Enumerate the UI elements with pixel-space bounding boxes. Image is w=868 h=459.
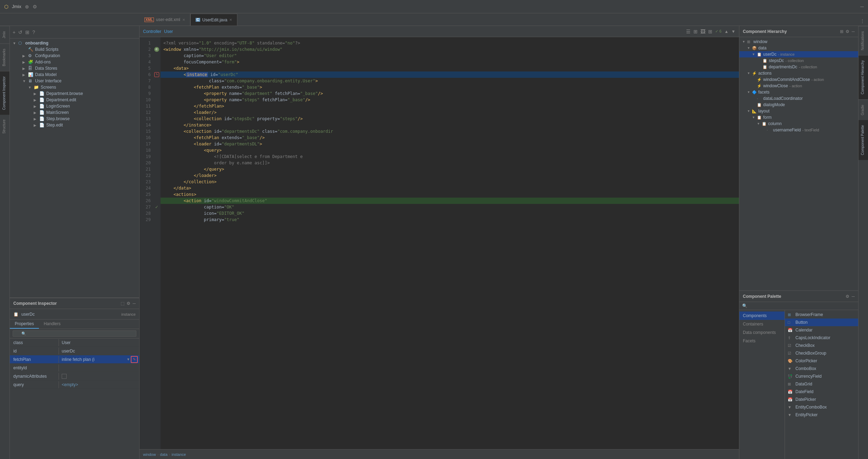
tree-item-dept-edit[interactable]: ▶ 📄 Department.edit — [10, 97, 139, 103]
tree-item-loginscreen[interactable]: ▶ 📄 LoginScreen — [10, 103, 139, 109]
tab-hierarchy-right[interactable]: Component Hierarchy — [859, 55, 868, 99]
lines-icon[interactable]: ☰ — [686, 29, 691, 34]
palette-cat-facets[interactable]: Facets — [739, 337, 785, 345]
tree-item-step-browse[interactable]: ▶ 📄 Step.browse — [10, 116, 139, 122]
sidebar-bookmarks-tab[interactable]: Bookmarks — [0, 43, 9, 71]
palette-item-datepicker[interactable]: 📅DatePicker — [785, 396, 858, 403]
sidebar-structure-tab[interactable]: Structure — [0, 115, 9, 139]
palette-item-combobox[interactable]: ▼ComboBox — [785, 365, 858, 372]
code-line-6[interactable]: <instance id="userDc" — [161, 71, 739, 78]
hier-item-deptdc[interactable]: 📋 departmentsDc - collection — [739, 64, 858, 70]
hier-label-actions: actions — [758, 71, 772, 76]
hier-item-commit[interactable]: ⚡ windowCommitAndClose - action — [739, 76, 858, 83]
hier-item-dialogmode[interactable]: 📋 dialogMode — [739, 102, 858, 108]
palette-items: ⊞BrowserFrame □Button 📅Calendar ⇪CapsLoc… — [785, 310, 858, 459]
palette-item-checkboxgroup[interactable]: ☑CheckBoxGroup — [785, 349, 858, 357]
nav-up-icon[interactable]: ▲ — [724, 29, 728, 34]
tree-item-ui[interactable]: ▼ 🖥 User Interface — [10, 78, 139, 84]
hier-item-data[interactable]: ▼ 📦 data — [739, 45, 858, 51]
palette-item-datagrid[interactable]: ⊞DataGrid — [785, 380, 858, 388]
fetchplan-dropdown-icon[interactable]: ▼ — [127, 357, 130, 361]
palette-item-calendar[interactable]: 📅Calendar — [785, 326, 858, 334]
hier-item-facets[interactable]: ▼ 🔷 facets — [739, 89, 858, 95]
palette-cat-components[interactable]: Components — [739, 311, 785, 320]
palette-cat-containers[interactable]: Containers — [739, 320, 785, 328]
tree-item-step-edit[interactable]: ▶ 📄 Step.edit — [10, 122, 139, 128]
hier-item-layout[interactable]: ▼ 📐 layout — [739, 108, 858, 114]
tab-xml-close[interactable]: ✕ — [182, 18, 185, 22]
sidebar-inspector-tab[interactable]: Component Inspector — [0, 71, 9, 115]
palette-settings-icon[interactable]: ⚙ — [846, 294, 849, 299]
globe-icon[interactable]: ⊕ — [25, 4, 29, 9]
refresh-icon[interactable]: ↺ — [18, 29, 22, 35]
palette-item-entitycombobox[interactable]: ▼EntityComboBox — [785, 403, 858, 411]
palette-item-checkbox[interactable]: ☑CheckBox — [785, 342, 858, 349]
breadcrumb-window[interactable]: window — [143, 452, 156, 457]
tree-item-screens[interactable]: ▼ 📁 Screens — [10, 84, 139, 90]
inspector-close-icon[interactable]: ─ — [133, 301, 136, 306]
checkboxgroup-icon: ☑ — [788, 351, 793, 356]
add-icon[interactable]: + — [13, 29, 15, 35]
hier-sublabel-commit: - action — [811, 77, 824, 82]
tab-more-icon[interactable]: ⋮ — [857, 16, 868, 26]
sidebar-jmix-tab[interactable]: Jmix — [0, 26, 9, 43]
hier-item-userdc[interactable]: ▼ 📋 userDc - instance — [739, 51, 858, 57]
palette-cat-data[interactable]: Data components — [739, 328, 785, 337]
tab-java[interactable]: C UserEdit.java ✕ — [190, 14, 238, 26]
palette-item-currencyfield[interactable]: 💱CurrencyField — [785, 372, 858, 380]
hier-item-column[interactable]: ▼ 📋 column — [739, 121, 858, 127]
hier-item-window[interactable]: ▼ ⊞ window — [739, 39, 858, 45]
hier-item-dataload[interactable]: · dataLoadCoordinator — [739, 95, 858, 102]
breadcrumb-data[interactable]: data — [160, 452, 167, 457]
grid-icon[interactable]: ⊞ — [708, 29, 712, 34]
inspector-popup-icon[interactable]: ⬚ — [121, 301, 124, 306]
palette-item-colorpicker[interactable]: 🎨ColorPicker — [785, 357, 858, 365]
hierarchy-minimize-icon[interactable]: ─ — [852, 29, 855, 34]
gutter: C ✎ ✓ — [153, 37, 161, 449]
tree-item-onboarding[interactable]: ▼ ⬡ onboarding — [10, 40, 139, 46]
prop-row-fetchplan[interactable]: fetchPlan inline fetch plan (i ▼ ✎ — [10, 355, 139, 364]
tree-item-mainscreen[interactable]: ▶ 📄 MainScreen — [10, 109, 139, 116]
tree-item-datamodel[interactable]: ▶ 📊 Data Model — [10, 71, 139, 78]
inspector-tab-handlers[interactable]: Handlers — [39, 320, 66, 329]
prop-checkbox-dynamic[interactable] — [62, 374, 67, 379]
palette-item-browserframe[interactable]: ⊞BrowserFrame — [785, 311, 858, 318]
hier-item-actions[interactable]: ▼ ⚡ actions — [739, 70, 858, 76]
fetchplan-edit-button[interactable]: ✎ — [131, 356, 138, 363]
controller-label[interactable]: Controller — [143, 29, 161, 34]
tree-item-addons[interactable]: ▶ 🧩 Add-ons — [10, 59, 139, 65]
palette-item-capslock[interactable]: ⇪CapsLockIndicator — [785, 334, 858, 342]
palette-item-datefield[interactable]: 📅DateField — [785, 388, 858, 396]
help-icon[interactable]: ? — [32, 29, 35, 35]
image-icon[interactable]: 🖼 — [700, 29, 705, 34]
tree-item-dept-browse[interactable]: ▶ 📄 Department.browse — [10, 90, 139, 97]
hier-item-close[interactable]: ⚡ windowClose - action — [739, 83, 858, 89]
user-label[interactable]: User — [164, 29, 173, 34]
columns-icon[interactable]: ⊞ — [693, 29, 698, 34]
tree-item-build[interactable]: 🔨 Build Scripts — [10, 46, 139, 53]
nav-down-icon[interactable]: ▼ — [731, 29, 735, 34]
hier-item-stepsdc[interactable]: 📋 stepsDc - collection — [739, 57, 858, 64]
tab-xml[interactable]: XML user-edit.xml ✕ — [140, 14, 190, 26]
palette-item-button[interactable]: □Button — [785, 318, 858, 326]
tab-gradle[interactable]: Gradle — [859, 100, 868, 120]
inspector-settings-icon[interactable]: ⚙ — [127, 301, 130, 306]
tree-item-datastores[interactable]: ▶ 🗄 Data Stores — [10, 65, 139, 71]
palette-item-entitypicker[interactable]: ▼EntityPicker — [785, 411, 858, 419]
palette-minimize-icon[interactable]: ─ — [852, 294, 855, 299]
tab-notifications[interactable]: Notifications — [859, 26, 868, 55]
hier-item-form[interactable]: ▼ 📋 form — [739, 114, 858, 121]
settings-icon[interactable]: ⚙ — [33, 4, 37, 9]
inspector-tab-properties[interactable]: Properties — [10, 320, 39, 329]
expand-icon[interactable]: ⊞ — [25, 29, 29, 35]
tab-palette-right[interactable]: Component Palette — [859, 120, 868, 160]
hierarchy-settings-icon[interactable]: ⚙ — [846, 29, 849, 34]
hier-item-username[interactable]: · usernameField - textField — [739, 127, 858, 133]
inspector-search-input[interactable] — [13, 330, 136, 337]
hierarchy-expand-icon[interactable]: ⊞ — [840, 29, 843, 34]
breadcrumb-instance[interactable]: instance — [171, 452, 186, 457]
tab-java-close[interactable]: ✕ — [229, 18, 232, 22]
tree-item-config[interactable]: ▶ ⚙ Configuration — [10, 53, 139, 59]
gutter-edit-1[interactable]: ✎ — [154, 72, 159, 77]
minimize-icon[interactable]: ─ — [860, 4, 864, 9]
